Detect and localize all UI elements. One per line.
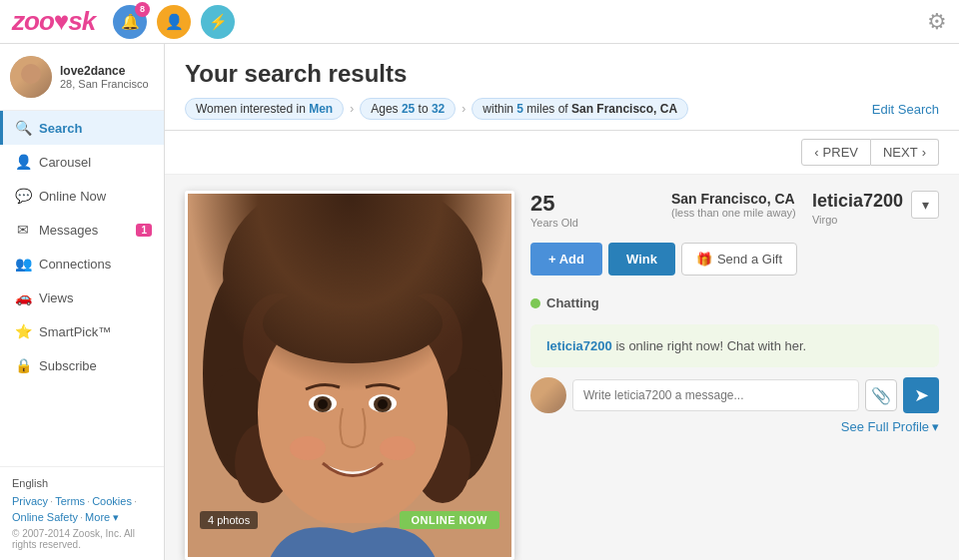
filter-arrow-1: ›	[350, 102, 354, 116]
user-name: love2dance	[60, 64, 149, 78]
page-title: Your search results	[185, 60, 939, 88]
messages-icon: ✉	[15, 222, 31, 238]
profile-top: 25 Years Old San Francisco, CA (less tha…	[530, 191, 939, 229]
subscribe-icon: 🔒	[15, 357, 31, 373]
main-header: Your search results Women interested in …	[165, 44, 959, 131]
gift-icon: 🎁	[696, 252, 712, 267]
wink-button[interactable]: Wink	[608, 243, 675, 276]
layout: love2dance 28, San Francisco 🔍 Search 👤 …	[0, 44, 959, 560]
copyright: © 2007-2014 Zoosk, Inc. All rights reser…	[12, 528, 152, 550]
settings-button[interactable]: ⚙	[927, 9, 947, 35]
notifications-badge: 8	[135, 2, 150, 17]
user-meta: 28, San Francisco	[60, 78, 149, 90]
search-icon: 🔍	[15, 120, 31, 136]
filter-arrow-2: ›	[462, 102, 466, 116]
chevron-down-icon-profile: ▾	[932, 419, 939, 434]
filter-age: Ages 25 to 32	[360, 98, 456, 120]
pagination-bar: ‹ PREV NEXT ›	[165, 131, 959, 175]
svg-point-16	[318, 399, 328, 409]
sidebar-item-views[interactable]: 🚗 Views	[0, 280, 164, 314]
photo-face	[188, 194, 511, 557]
profile-image-svg	[188, 194, 514, 560]
send-button[interactable]: ➤	[903, 377, 939, 413]
online-safety-link[interactable]: Online Safety	[12, 511, 78, 524]
chatting-label: Chatting	[546, 295, 599, 310]
sidebar-item-messages[interactable]: ✉ Messages 1	[0, 213, 164, 247]
main-content: Your search results Women interested in …	[165, 44, 959, 560]
views-icon: 🚗	[15, 289, 31, 305]
sidebar-item-smartpick[interactable]: ⭐ SmartPick™	[0, 314, 164, 348]
send-gift-button[interactable]: 🎁 Send a Gift	[681, 243, 797, 276]
svg-point-17	[378, 399, 388, 409]
profile-area: 4 photos ONLINE NOW 25 Years Old San Fra…	[165, 175, 959, 560]
more-link[interactable]: More ▾	[85, 511, 119, 524]
online-badge: ONLINE NOW	[400, 511, 500, 529]
svg-point-19	[380, 436, 416, 460]
chat-message: is online right now! Chat with her.	[612, 338, 806, 353]
profile-username-block: leticia7200 Virgo	[812, 191, 903, 226]
sidebar-item-label: SmartPick™	[39, 324, 111, 339]
see-full-profile-link[interactable]: See Full Profile ▾	[530, 419, 939, 434]
sidebar-item-search[interactable]: 🔍 Search	[0, 111, 164, 145]
sidebar-footer: English Privacy · Terms · Cookies · Onli…	[0, 466, 164, 560]
sidebar-item-carousel[interactable]: 👤 Carousel	[0, 145, 164, 179]
online-icon: 💬	[15, 188, 31, 204]
svg-point-10	[258, 298, 448, 528]
sender-avatar	[530, 377, 566, 413]
sidebar-item-label: Views	[39, 290, 73, 305]
send-icon: ➤	[914, 384, 929, 406]
next-button[interactable]: NEXT ›	[871, 139, 939, 166]
photo-count: 4 photos	[200, 511, 258, 529]
sidebar-item-label: Online Now	[39, 189, 106, 204]
matches-button[interactable]: 👤	[157, 5, 191, 39]
nav-items: 🔍 Search 👤 Carousel 💬 Online Now ✉ Messa…	[0, 111, 164, 466]
sidebar-item-subscribe[interactable]: 🔒 Subscribe	[0, 348, 164, 382]
add-button[interactable]: + Add	[530, 243, 602, 276]
sidebar-item-label: Connections	[39, 257, 111, 272]
message-input[interactable]	[572, 379, 859, 411]
profile-photo-section: 4 photos ONLINE NOW	[185, 191, 514, 560]
footer-links-2: Online Safety · More ▾	[12, 511, 152, 524]
svg-point-11	[263, 283, 443, 363]
terms-link[interactable]: Terms	[55, 495, 85, 507]
message-row: 📎 ➤	[530, 377, 939, 413]
sidebar-item-label: Carousel	[39, 155, 91, 170]
profile-location: San Francisco, CA (less than one mile aw…	[671, 191, 812, 219]
profile-age: 25 Years Old	[530, 191, 671, 229]
logo: zoo♥sk	[12, 6, 95, 37]
notifications-button[interactable]: 🔔 8	[113, 5, 147, 39]
svg-point-18	[290, 436, 326, 460]
activity-icon: ⚡	[209, 13, 228, 31]
carousel-icon: 👤	[15, 154, 31, 170]
edit-search-button[interactable]: Edit Search	[872, 102, 939, 117]
profile-info: 25 Years Old San Francisco, CA (less tha…	[530, 191, 939, 560]
attachment-icon: 📎	[871, 386, 891, 405]
sidebar-item-label: Search	[39, 121, 82, 136]
attachment-button[interactable]: 📎	[865, 379, 897, 411]
chevron-down-icon: ▾	[922, 197, 929, 213]
cookies-link[interactable]: Cookies	[92, 495, 132, 507]
prev-button[interactable]: ‹ PREV	[801, 139, 871, 166]
chatting-status: Chatting	[530, 289, 939, 316]
profile-photo[interactable]: 4 photos ONLINE NOW	[185, 191, 514, 560]
online-dot	[530, 298, 540, 308]
messages-badge: 1	[136, 224, 152, 237]
footer-links: Privacy · Terms · Cookies ·	[12, 495, 152, 507]
sidebar-item-online[interactable]: 💬 Online Now	[0, 179, 164, 213]
sidebar-item-label: Messages	[39, 223, 98, 238]
activity-button[interactable]: ⚡	[201, 5, 235, 39]
connections-icon: 👥	[15, 256, 31, 272]
avatar	[10, 56, 52, 98]
privacy-link[interactable]: Privacy	[12, 495, 48, 507]
smartpick-icon: ⭐	[15, 323, 31, 339]
chat-username: leticia7200	[546, 338, 612, 353]
sidebar-item-connections[interactable]: 👥 Connections	[0, 247, 164, 280]
sidebar-item-label: Subscribe	[39, 358, 97, 373]
language-selector[interactable]: English	[12, 477, 152, 489]
filter-bar: Women interested in Men › Ages 25 to 32 …	[185, 98, 939, 120]
header-icons: 🔔 8 👤 ⚡	[113, 5, 235, 39]
profile-dropdown-button[interactable]: ▾	[911, 191, 939, 219]
matches-icon: 👤	[165, 13, 184, 31]
filter-gender: Women interested in Men	[185, 98, 344, 120]
see-full-profile: See Full Profile ▾	[530, 413, 939, 434]
